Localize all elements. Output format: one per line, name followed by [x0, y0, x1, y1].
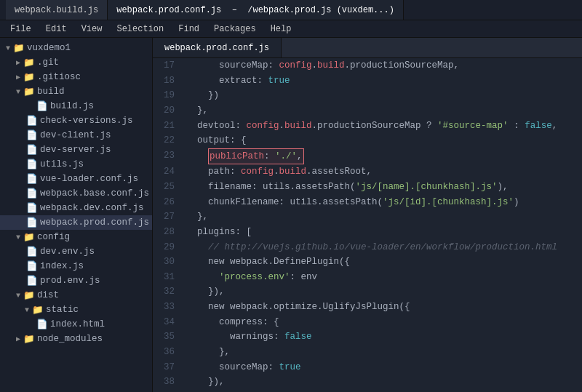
git-arrow: ▶	[13, 58, 23, 67]
config-folder-icon: 📁	[23, 231, 35, 243]
build-label: build	[37, 87, 65, 97]
git-folder-icon: 📁	[23, 57, 35, 68]
code-line-20: 20 },	[153, 103, 582, 119]
tree-webpack-base[interactable]: 📄 webpack.base.conf.js	[0, 186, 152, 201]
code-line-29: 29 // http://vuejs.github.io/vue-loader/…	[153, 240, 582, 255]
build-js-icon: 📄	[36, 100, 48, 112]
line-num-30: 30	[153, 255, 183, 270]
tree-config[interactable]: ▼ 📁 config	[0, 230, 152, 244]
menu-file[interactable]: File	[3, 20, 39, 37]
tree-static[interactable]: ▼ 📁 static	[0, 303, 152, 317]
dev-client-label: dev-client.js	[40, 130, 111, 140]
webpack-base-label: webpack.base.conf.js	[40, 188, 149, 199]
tree-check-versions[interactable]: 📄 check-versions.js	[0, 113, 152, 128]
tree-dev-client[interactable]: 📄 dev-client.js	[0, 128, 152, 143]
tree-vue-loader[interactable]: 📄 vue-loader.conf.js	[0, 172, 152, 186]
prod-env-label: prod.env.js	[40, 276, 100, 286]
tree-index-js[interactable]: 📄 index.js	[0, 259, 152, 273]
utils-label: utils.js	[40, 159, 84, 169]
menu-find[interactable]: Find	[171, 20, 207, 37]
code-line-38: 38 }),	[153, 375, 582, 390]
tree-git[interactable]: ▶ 📁 .git	[0, 55, 152, 70]
menu-bar: File Edit View Selection Find Packages H…	[0, 20, 582, 38]
title-tab-webpack-build[interactable]: webpack.build.js	[6, 0, 108, 20]
line-num-31: 31	[153, 270, 183, 285]
tree-utils[interactable]: 📄 utils.js	[0, 157, 152, 172]
gitosc-folder-icon: 📁	[23, 71, 35, 83]
code-line-19: 19 })	[153, 88, 582, 103]
line-content-22: output: {	[183, 133, 582, 148]
line-num-38: 38	[153, 375, 183, 390]
index-js-icon: 📄	[26, 260, 38, 272]
code-line-31: 31 'process.env': env	[153, 270, 582, 285]
dev-env-icon: 📄	[26, 246, 38, 257]
line-content-36: },	[183, 345, 582, 360]
check-versions-label: check-versions.js	[40, 116, 133, 126]
webpack-dev-label: webpack.dev.conf.js	[40, 203, 144, 213]
tree-dist[interactable]: ▼ 📁 dist	[0, 288, 152, 303]
tree-build-js[interactable]: 📄 build.js	[0, 99, 152, 113]
menu-help[interactable]: Help	[263, 20, 299, 37]
line-content-30: new webpack.DefinePlugin({	[183, 255, 582, 270]
line-content-33: new webpack.optimize.UglifyJsPlugin({	[183, 300, 582, 315]
title-tab-webpack-prod[interactable]: webpack.prod.conf.js – /webpack.prod.js …	[108, 0, 404, 20]
code-line-28: 28 plugins: [	[153, 225, 582, 240]
menu-selection[interactable]: Selection	[109, 20, 171, 37]
line-content-38: }),	[183, 375, 582, 390]
prod-env-icon: 📄	[26, 275, 38, 287]
line-num-34: 34	[153, 315, 183, 330]
dev-client-icon: 📄	[26, 129, 38, 141]
dist-arrow: ▼	[13, 292, 23, 300]
line-content-24: path: config.build.assetsRoot,	[183, 164, 582, 180]
line-num-37: 37	[153, 360, 183, 375]
code-line-32: 32 }),	[153, 284, 582, 300]
menu-edit[interactable]: Edit	[39, 20, 74, 37]
dev-server-icon: 📄	[26, 144, 38, 156]
tree-build[interactable]: ▼ 📁 build	[0, 84, 152, 99]
editor-tabs: webpack.prod.conf.js	[153, 38, 582, 58]
index-html-label: index.html	[50, 319, 105, 329]
tree-gitosc[interactable]: ▶ 📁 .gitiosc	[0, 70, 152, 84]
line-content-28: plugins: [	[183, 225, 582, 240]
line-num-23: 23	[153, 148, 183, 165]
code-line-27: 27 },	[153, 209, 582, 225]
line-num-36: 36	[153, 345, 183, 360]
root-label: vuxdemo1	[27, 43, 71, 53]
line-num-17: 17	[153, 58, 183, 73]
gitosc-label: .gitiosc	[37, 72, 81, 82]
build-js-label: build.js	[50, 101, 94, 111]
tree-webpack-dev[interactable]: 📄 webpack.dev.conf.js	[0, 201, 152, 215]
static-folder-icon: 📁	[32, 304, 44, 316]
tree-dev-server[interactable]: 📄 dev-server.js	[0, 143, 152, 157]
code-line-26: 26 chunkFilename: utils.assetsPath('js/[…	[153, 195, 582, 210]
line-content-18: extract: true	[183, 73, 582, 89]
code-editor[interactable]: webpack.prod.conf.js 17 sourceMap: confi…	[153, 38, 582, 392]
line-content-31: 'process.env': env	[183, 270, 582, 285]
dev-server-label: dev-server.js	[40, 145, 111, 155]
webpack-prod-label: webpack.prod.conf.js	[40, 217, 149, 228]
tree-prod-env[interactable]: 📄 prod.env.js	[0, 273, 152, 288]
menu-packages[interactable]: Packages	[207, 20, 263, 37]
static-arrow: ▼	[22, 306, 32, 314]
config-label: config	[37, 232, 70, 242]
line-content-17: sourceMap: config.build.productionSource…	[183, 58, 582, 73]
gitosc-arrow: ▶	[13, 73, 23, 81]
tree-dev-env[interactable]: 📄 dev.env.js	[0, 244, 152, 259]
code-line-23: 23 publicPath: './',	[153, 148, 582, 165]
tree-root[interactable]: ▼ 📁 vuxdemo1	[0, 41, 152, 55]
tree-index-html[interactable]: 📄 index.html	[0, 317, 152, 332]
editor-tab-webpack-prod[interactable]: webpack.prod.conf.js	[153, 38, 282, 57]
tree-webpack-prod[interactable]: 📄 webpack.prod.conf.js	[0, 215, 152, 230]
menu-view[interactable]: View	[74, 20, 110, 37]
tree-node-modules[interactable]: ▶ 📁 node_modules	[0, 332, 152, 346]
code-line-33: 33 new webpack.optimize.UglifyJsPlugin({	[153, 300, 582, 315]
code-line-22: 22 output: {	[153, 133, 582, 148]
line-num-24: 24	[153, 164, 183, 180]
code-line-36: 36 },	[153, 345, 582, 360]
line-content-21: devtool: config.build.productionSourceMa…	[183, 119, 582, 134]
line-content-34: compress: {	[183, 315, 582, 330]
root-arrow: ▼	[3, 44, 13, 52]
code-line-30: 30 new webpack.DefinePlugin({	[153, 255, 582, 270]
utils-icon: 📄	[26, 159, 38, 170]
code-line-35: 35 warnings: false	[153, 329, 582, 345]
